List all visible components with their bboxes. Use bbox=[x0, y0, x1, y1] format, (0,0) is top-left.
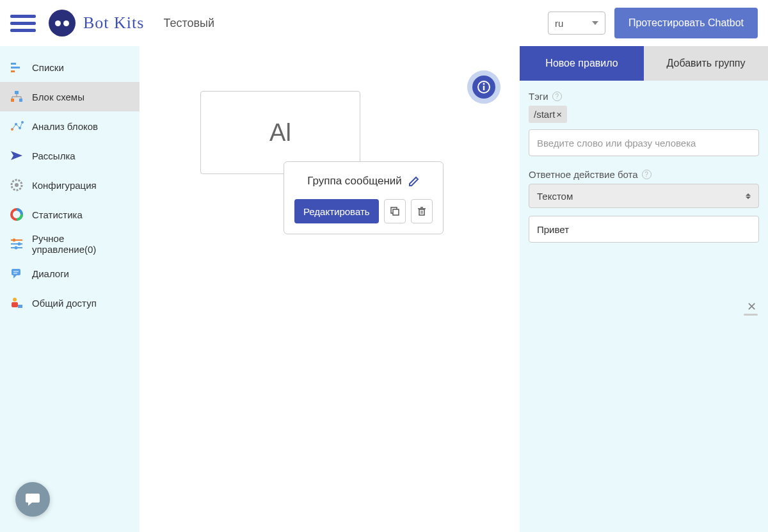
block-schemes-icon bbox=[9, 89, 24, 104]
svg-rect-0 bbox=[11, 63, 16, 65]
info-icon bbox=[472, 76, 495, 99]
chevron-down-icon bbox=[592, 21, 598, 25]
phrase-input[interactable] bbox=[529, 129, 759, 156]
analysis-icon bbox=[9, 118, 24, 134]
svg-point-26 bbox=[13, 298, 17, 302]
select-caret-icon bbox=[746, 193, 751, 199]
canvas[interactable]: Al Группа сообщений Редактировать bbox=[140, 46, 520, 532]
svg-rect-33 bbox=[393, 209, 399, 215]
sliders-icon bbox=[9, 236, 24, 252]
response-type-select[interactable]: Текстом bbox=[529, 184, 759, 208]
tag-chip[interactable]: /start× bbox=[529, 106, 567, 123]
close-icon[interactable]: ✕ bbox=[747, 300, 756, 314]
drag-handle-icon[interactable] bbox=[744, 314, 758, 316]
sidebar-item-statistics[interactable]: Статистика bbox=[0, 200, 140, 229]
sidebar-item-block-analysis[interactable]: Анализ блоков bbox=[0, 111, 140, 141]
tags-label: Тэги ? bbox=[529, 91, 759, 102]
response-value-input[interactable] bbox=[529, 216, 759, 243]
tag-text: /start bbox=[534, 109, 555, 120]
svg-point-22 bbox=[15, 246, 18, 250]
statistics-icon bbox=[9, 207, 24, 222]
svg-rect-2 bbox=[11, 70, 15, 72]
language-value: ru bbox=[555, 18, 563, 29]
help-icon[interactable]: ? bbox=[642, 170, 652, 179]
svg-rect-5 bbox=[19, 99, 22, 102]
logo[interactable]: Bot Kits bbox=[49, 10, 144, 36]
sidebar-item-lists[interactable]: Списки bbox=[0, 52, 140, 82]
info-button[interactable] bbox=[467, 70, 500, 104]
response-label: Ответное действие бота ? bbox=[529, 169, 759, 180]
hamburger-menu[interactable] bbox=[10, 10, 36, 36]
copy-button[interactable] bbox=[384, 199, 406, 223]
svg-point-15 bbox=[15, 183, 19, 187]
svg-rect-31 bbox=[483, 86, 484, 90]
sidebar-item-dialogs[interactable]: Диалоги bbox=[0, 259, 140, 288]
dialogs-icon bbox=[9, 266, 24, 281]
help-icon[interactable]: ? bbox=[552, 92, 562, 101]
bot-logo-icon bbox=[49, 10, 76, 36]
sidebar-item-label: Диалоги bbox=[32, 268, 69, 279]
sidebar-item-label: Ручное управление(0) bbox=[32, 233, 131, 255]
svg-rect-27 bbox=[12, 302, 18, 307]
sidebar-item-label: Рассылка bbox=[32, 150, 76, 161]
sidebar-item-sharing[interactable]: Общий доступ bbox=[0, 288, 140, 318]
edit-button[interactable]: Редактировать bbox=[294, 199, 379, 223]
svg-rect-34 bbox=[419, 209, 424, 215]
sidebar-item-manual-control[interactable]: Ручное управление(0) bbox=[0, 229, 140, 259]
svg-rect-3 bbox=[15, 91, 19, 94]
chat-icon bbox=[24, 491, 41, 508]
svg-point-30 bbox=[483, 83, 485, 85]
group-title: Группа сообщений bbox=[307, 175, 402, 188]
sidebar-item-configuration[interactable]: Конфигурация bbox=[0, 170, 140, 200]
copy-icon bbox=[389, 206, 401, 217]
svg-rect-4 bbox=[11, 99, 14, 102]
broadcast-icon bbox=[9, 148, 24, 163]
message-group-block[interactable]: Группа сообщений Редактировать bbox=[284, 161, 444, 234]
sidebar-item-label: Конфигурация bbox=[32, 180, 97, 191]
logo-text: Bot Kits bbox=[83, 13, 144, 33]
svg-rect-23 bbox=[12, 269, 20, 275]
svg-point-20 bbox=[18, 243, 21, 246]
sidebar-item-label: Списки bbox=[32, 62, 64, 73]
lists-icon bbox=[9, 60, 24, 75]
sidebar-item-label: Анализ блоков bbox=[32, 121, 98, 132]
sidebar: Списки Блок схемы Анализ блоков Рассылка… bbox=[0, 46, 140, 532]
chat-fab[interactable] bbox=[15, 482, 50, 517]
sidebar-item-label: Статистика bbox=[32, 209, 83, 220]
svg-point-18 bbox=[13, 239, 16, 242]
language-select[interactable]: ru bbox=[548, 12, 605, 35]
sidebar-item-broadcast[interactable]: Рассылка bbox=[0, 141, 140, 170]
trash-icon bbox=[416, 206, 428, 217]
sidebar-item-label: Общий доступ bbox=[32, 298, 97, 309]
tag-remove-icon[interactable]: × bbox=[556, 109, 562, 120]
tab-add-group[interactable]: Добавить группу bbox=[644, 46, 768, 81]
project-name: Тестовый bbox=[163, 17, 214, 30]
svg-rect-1 bbox=[11, 67, 20, 69]
tab-new-rule[interactable]: Новое правило bbox=[520, 46, 644, 81]
sharing-icon bbox=[9, 295, 24, 310]
delete-button[interactable] bbox=[411, 199, 433, 223]
gear-icon bbox=[9, 177, 24, 193]
pencil-icon[interactable] bbox=[408, 175, 420, 187]
sidebar-item-block-schemes[interactable]: Блок схемы bbox=[0, 82, 140, 111]
test-chatbot-button[interactable]: Протестировать Chatbot bbox=[614, 8, 758, 38]
sidebar-item-label: Блок схемы bbox=[32, 92, 84, 102]
svg-rect-28 bbox=[18, 305, 22, 308]
select-value: Текстом bbox=[537, 191, 573, 202]
right-panel: Новое правило Добавить группу Тэги ? /st… bbox=[520, 46, 768, 532]
